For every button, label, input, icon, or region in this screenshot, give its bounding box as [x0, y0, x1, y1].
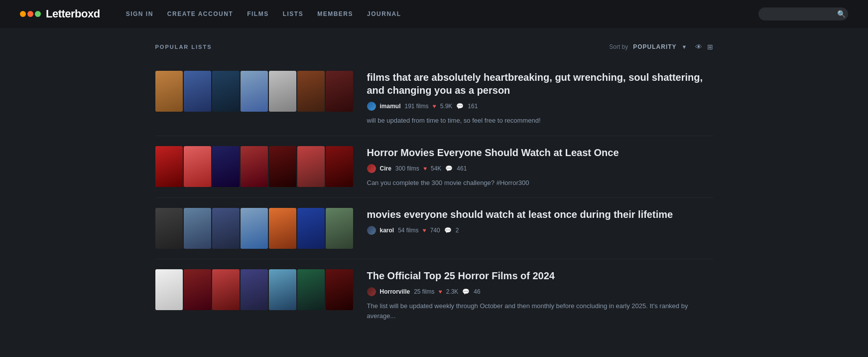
list-meta: Cire 300 films ♥ 54K 💬 461: [367, 164, 713, 173]
likes-count: 740: [430, 227, 440, 234]
thumbnail: [184, 71, 211, 112]
films-count: 300 films: [395, 165, 419, 172]
logo[interactable]: Letterboxd: [20, 7, 100, 20]
heart-icon: ♥: [423, 227, 426, 234]
nav-members[interactable]: MEMBERS: [317, 10, 353, 17]
search-input[interactable]: [764, 10, 834, 18]
likes-count: 2.3K: [446, 288, 459, 295]
thumbnail: [269, 208, 296, 249]
thumbnail: [326, 146, 353, 187]
username[interactable]: Cire: [380, 165, 391, 172]
grid-icon[interactable]: ⊞: [707, 43, 713, 51]
thumbnail: [297, 146, 325, 187]
heart-icon: ♥: [433, 103, 436, 110]
section-title: POPULAR LISTS: [155, 44, 212, 50]
thumbnail: [212, 269, 240, 310]
comments-count: 461: [457, 165, 467, 172]
comment-icon: 💬: [445, 165, 453, 172]
logo-text: Letterboxd: [46, 7, 100, 20]
username[interactable]: imamul: [380, 103, 401, 110]
thumbnail: [184, 146, 211, 187]
thumbnail: [155, 71, 183, 112]
list-info: movies everyone should watch at least on…: [363, 208, 713, 249]
username[interactable]: Horrorville: [380, 288, 410, 295]
dot-green: [35, 11, 41, 17]
heart-icon: ♥: [439, 288, 442, 295]
thumbnail: [155, 146, 183, 187]
eye-icon[interactable]: 👁: [695, 43, 702, 51]
thumbnail: [269, 71, 296, 112]
list-item: films that are absolutely heartbreaking,…: [155, 61, 713, 136]
dot-red: [27, 11, 33, 17]
section-header: POPULAR LISTS Sort by POPULARITY ▼ 👁 ⊞: [155, 43, 713, 51]
list-item: movies everyone should watch at least on…: [155, 198, 713, 259]
thumbnail: [297, 71, 325, 112]
list-item: Horror Movies Everyone Should Watch at L…: [155, 136, 713, 198]
comment-icon: 💬: [444, 227, 452, 234]
list-description: will be updated from time to time, so fe…: [367, 116, 713, 126]
films-count: 54 films: [398, 227, 418, 234]
nav-links: SIGN IN CREATE ACCOUNT FILMS LISTS MEMBE…: [126, 10, 743, 17]
comment-icon: 💬: [456, 103, 464, 110]
heart-icon: ♥: [423, 165, 427, 172]
list-info: Horror Movies Everyone Should Watch at L…: [363, 146, 713, 188]
avatar: [367, 102, 376, 111]
films-count: 191 films: [405, 103, 429, 110]
thumbnail: [241, 146, 268, 187]
nav-journal[interactable]: JOURNAL: [367, 10, 401, 17]
logo-dots: [20, 11, 41, 17]
list-meta: imamul 191 films ♥ 5.9K 💬 161: [367, 102, 713, 111]
avatar: [367, 226, 376, 235]
list-info: The Official Top 25 Horror Films of 2024…: [363, 269, 713, 321]
thumbnail: [155, 208, 183, 249]
thumbnail: [241, 208, 268, 249]
list-meta: karol 54 films ♥ 740 💬 2: [367, 226, 713, 235]
sort-value[interactable]: POPULARITY: [633, 43, 676, 50]
chevron-down-icon[interactable]: ▼: [682, 44, 687, 50]
likes-count: 54K: [431, 165, 441, 172]
thumbnail-strip: [155, 269, 353, 321]
list-description: Can you complete the 300 movie challenge…: [367, 178, 713, 188]
nav-lists[interactable]: LISTS: [283, 10, 304, 17]
comments-count: 46: [474, 288, 480, 295]
thumbnail: [297, 208, 325, 249]
list-title[interactable]: The Official Top 25 Horror Films of 2024: [367, 269, 713, 282]
thumbnail-strip: [155, 208, 353, 249]
main-content: POPULAR LISTS Sort by POPULARITY ▼ 👁 ⊞ f…: [135, 28, 733, 346]
thumbnail: [212, 146, 240, 187]
thumbnail: [241, 269, 268, 310]
avatar: [367, 164, 376, 173]
thumbnail: [269, 146, 296, 187]
comment-icon: 💬: [462, 288, 470, 295]
sort-label: Sort by: [609, 43, 628, 50]
films-count: 25 films: [414, 288, 434, 295]
search-icon: 🔍: [837, 10, 846, 18]
thumbnail: [297, 269, 325, 310]
nav-films[interactable]: FILMS: [247, 10, 269, 17]
list-info: films that are absolutely heartbreaking,…: [363, 71, 713, 126]
nav-sign-in[interactable]: SIGN IN: [126, 10, 153, 17]
thumbnail: [184, 208, 211, 249]
thumbnail: [269, 269, 296, 310]
sort-controls: Sort by POPULARITY ▼ 👁 ⊞: [609, 43, 713, 51]
list-title[interactable]: films that are absolutely heartbreaking,…: [367, 71, 713, 97]
thumbnail-strip: [155, 146, 353, 188]
list-description: The list will be updated weekly through …: [367, 301, 713, 321]
thumbnail: [241, 71, 268, 112]
avatar: [367, 287, 376, 296]
likes-count: 5.9K: [440, 103, 453, 110]
search-box[interactable]: 🔍: [758, 7, 848, 20]
list-title[interactable]: movies everyone should watch at least on…: [367, 208, 713, 221]
thumbnail: [212, 208, 240, 249]
dot-orange: [20, 11, 26, 17]
list-item: The Official Top 25 Horror Films of 2024…: [155, 259, 713, 331]
thumbnail-strip: [155, 71, 353, 126]
thumbnail: [326, 208, 353, 249]
username[interactable]: karol: [380, 227, 394, 234]
comments-count: 2: [456, 227, 459, 234]
thumbnail: [155, 269, 183, 310]
nav-create-account[interactable]: CREATE ACCOUNT: [167, 10, 233, 17]
list-meta: Horrorville 25 films ♥ 2.3K 💬 46: [367, 287, 713, 296]
comments-count: 161: [468, 103, 478, 110]
list-title[interactable]: Horror Movies Everyone Should Watch at L…: [367, 146, 713, 159]
